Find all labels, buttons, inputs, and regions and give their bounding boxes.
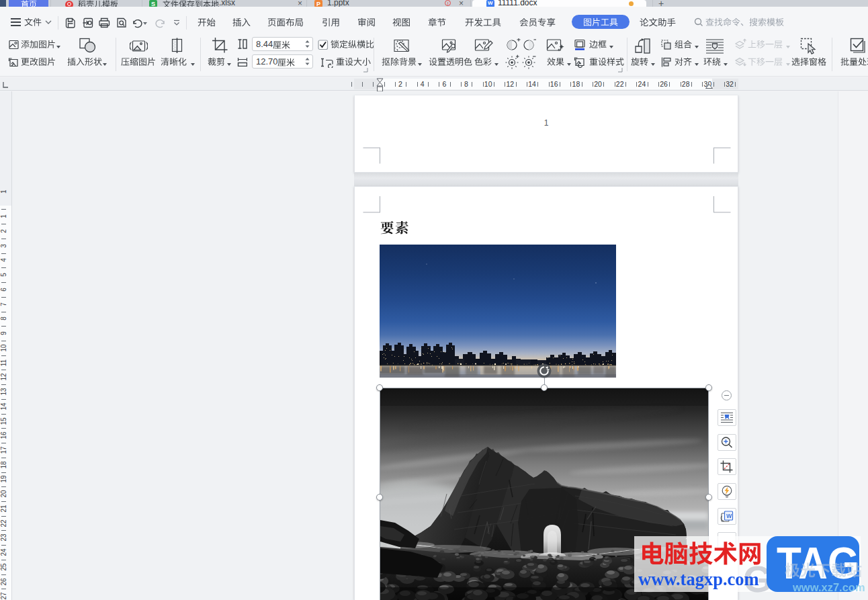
svg-text:W: W: [726, 513, 732, 519]
